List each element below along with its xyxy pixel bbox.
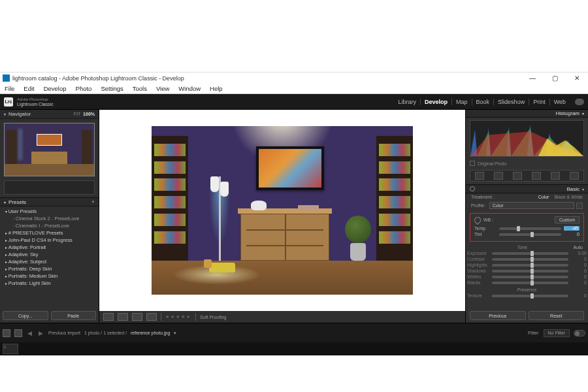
left-panel: ▾ Navigator FIT 100% ▾ Presets + User Pr… xyxy=(0,110,99,323)
photo-preview[interactable] xyxy=(152,126,413,295)
tone-sliders: Exposure0.00Contrast0Highlights0Shadows0… xyxy=(466,250,588,286)
mask-tool-icon[interactable] xyxy=(513,172,522,180)
menu-edit[interactable]: Edit xyxy=(19,85,39,92)
preset-node[interactable]: Portraits: Deep Skin xyxy=(0,265,99,272)
module-map[interactable]: Map xyxy=(452,99,472,105)
slider-whites[interactable]: Whites0 xyxy=(466,274,588,280)
treatment-bw[interactable]: Black & White xyxy=(554,195,583,199)
filmstrip[interactable]: 1 xyxy=(0,342,588,355)
module-web[interactable]: Web xyxy=(550,99,570,105)
preset-node[interactable]: Adaptive: Sky xyxy=(0,251,99,258)
wb-mode-dropdown[interactable]: Custom xyxy=(555,216,580,223)
menu-view[interactable]: View xyxy=(152,85,174,92)
filmstrip-thumb[interactable]: 1 xyxy=(3,344,18,354)
module-library[interactable]: Library xyxy=(395,99,421,105)
menu-tools[interactable]: Tools xyxy=(128,85,152,92)
menu-photo[interactable]: Photo xyxy=(71,85,97,92)
profile-browser-icon[interactable] xyxy=(576,203,583,209)
maximize-button[interactable]: ▢ xyxy=(544,73,566,84)
module-develop[interactable]: Develop xyxy=(421,99,452,105)
nav-prev-icon[interactable]: ◀ xyxy=(26,330,33,336)
heal-tool-icon[interactable] xyxy=(494,172,503,180)
survey-button[interactable] xyxy=(146,313,157,321)
nav-next-icon[interactable]: ▶ xyxy=(37,330,44,336)
app-icon xyxy=(3,74,10,82)
wb-eyedropper-icon[interactable] xyxy=(473,215,482,224)
gradient-tool-icon[interactable] xyxy=(551,172,560,180)
app-chrome: Lrc Adobe Photoshop Lightroom Classic Li… xyxy=(0,94,588,355)
checkbox-icon[interactable] xyxy=(470,161,475,166)
filename-label: reference photo.jpg xyxy=(131,331,170,335)
profile-dropdown[interactable]: Color xyxy=(489,202,574,209)
menu-window[interactable]: Window xyxy=(174,85,205,92)
compare-button[interactable] xyxy=(132,313,142,321)
presets-header[interactable]: ▾ Presets + xyxy=(0,197,99,206)
original-photo-toggle[interactable]: Original Photo xyxy=(470,159,584,167)
histogram[interactable] xyxy=(470,120,584,157)
center-panel: ★★★★★ Soft Proofing xyxy=(99,110,465,323)
tint-value[interactable]: 0 xyxy=(564,232,580,237)
histogram-header[interactable]: Histogram ▾ xyxy=(466,110,588,118)
preset-node[interactable]: Portraits: Medium Skin xyxy=(0,272,99,280)
preset-node[interactable]: Adaptive: Portrait xyxy=(0,244,99,251)
preset-node[interactable]: User Presets xyxy=(0,208,99,215)
cloud-sync-icon[interactable] xyxy=(575,99,584,105)
navigator-header[interactable]: ▾ Navigator FIT 100% xyxy=(0,110,99,119)
history-collapsed[interactable] xyxy=(4,180,95,195)
module-print[interactable]: Print xyxy=(529,99,550,105)
loupe-view-button[interactable] xyxy=(103,313,114,321)
zoom-readout[interactable]: FIT 100% xyxy=(74,112,95,116)
before-after-button[interactable] xyxy=(118,313,128,321)
white-balance-section: WB : Custom Temp -45 Tint 0 xyxy=(470,213,584,242)
brush-tool-icon[interactable] xyxy=(570,172,579,180)
soft-proofing-toggle[interactable]: Soft Proofing xyxy=(200,315,226,319)
preset-node[interactable]: Cinematic I - PresetLove xyxy=(0,222,99,229)
filter-switch[interactable] xyxy=(574,330,585,336)
preset-node[interactable]: # PRESETLOVE Presets xyxy=(0,229,99,237)
slider-blacks[interactable]: Blacks0 xyxy=(466,280,588,286)
temp-value[interactable]: -45 xyxy=(564,226,580,231)
panel-toggle-icon[interactable] xyxy=(470,186,475,191)
preset-node[interactable]: Portraits: Light Skin xyxy=(0,280,99,287)
product-name: Adobe Photoshop Lightroom Classic xyxy=(17,97,54,107)
disclosure-icon: ▾ xyxy=(4,200,6,204)
crop-tool-icon[interactable] xyxy=(475,172,484,180)
slider-shadows[interactable]: Shadows0 xyxy=(466,268,588,274)
auto-tone-button[interactable]: Auto xyxy=(574,245,583,250)
canvas[interactable] xyxy=(99,110,465,311)
preset-node[interactable]: Cinema Stock 2 - PresetLove xyxy=(0,215,99,222)
module-slideshow[interactable]: Slideshow xyxy=(494,99,529,105)
slider-texture[interactable]: Texture0 xyxy=(466,293,588,299)
basic-panel-header[interactable]: Basic ▾ xyxy=(466,184,588,193)
menu-file[interactable]: File xyxy=(0,85,19,92)
slider-exposure[interactable]: Exposure0.00 xyxy=(466,250,588,256)
navigator-thumbnail[interactable] xyxy=(4,123,95,176)
slider-contrast[interactable]: Contrast0 xyxy=(466,256,588,262)
tint-slider[interactable]: Tint 0 xyxy=(473,231,581,237)
grid-view-icon[interactable] xyxy=(3,329,10,337)
secondary-display-icon[interactable] xyxy=(14,329,22,337)
copy-button[interactable]: Copy... xyxy=(3,311,48,320)
module-book[interactable]: Book xyxy=(472,99,495,105)
close-button[interactable]: ✕ xyxy=(566,73,588,84)
previous-button[interactable]: Previous xyxy=(470,311,526,320)
minimize-button[interactable]: — xyxy=(521,73,544,84)
reset-button[interactable]: Reset xyxy=(529,311,585,320)
paste-button[interactable]: Paste xyxy=(51,311,97,320)
treatment-color[interactable]: Color xyxy=(538,195,549,199)
menubar: File Edit Develop Photo Settings Tools V… xyxy=(0,84,588,94)
slider-highlights[interactable]: Highlights0 xyxy=(466,262,588,268)
filter-dropdown[interactable]: No Filter xyxy=(544,329,570,337)
menu-settings[interactable]: Settings xyxy=(96,85,127,92)
preset-node[interactable]: John-Paul D CS4 in Progress xyxy=(0,237,99,244)
redeye-tool-icon[interactable] xyxy=(532,172,541,180)
disclosure-icon: ▾ xyxy=(4,112,6,116)
temp-slider[interactable]: Temp -45 xyxy=(473,225,581,231)
preset-node[interactable]: Adaptive: Subject xyxy=(0,258,99,265)
menu-develop[interactable]: Develop xyxy=(39,85,71,92)
rating-stars[interactable]: ★★★★★ xyxy=(165,314,191,319)
profile-row: Profile: Color xyxy=(466,201,588,212)
menu-help[interactable]: Help xyxy=(205,85,227,92)
add-preset-icon[interactable]: + xyxy=(91,199,95,205)
source-label[interactable]: Previous Import xyxy=(48,331,80,335)
